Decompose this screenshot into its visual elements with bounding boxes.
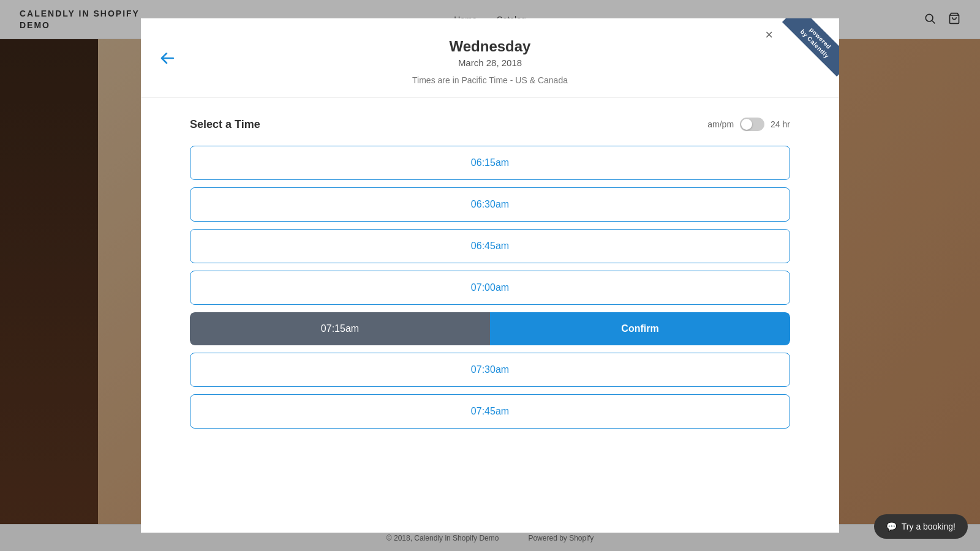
modal-body: Select a Time am/pm 24 hr 06:15am 06:30a… — [141, 98, 839, 533]
modal-header: Wednesday March 28, 2018 Times are in Pa… — [141, 18, 839, 98]
time-slot-0715-row: 07:15am Confirm — [190, 312, 790, 345]
time-slot-0615[interactable]: 06:15am — [190, 146, 790, 180]
toggle-knob — [741, 119, 752, 130]
time-slot-0630[interactable]: 06:30am — [190, 187, 790, 222]
ampm-label: am/pm — [707, 119, 734, 129]
modal-timezone: Times are in Pacific Time - US & Canada — [141, 75, 839, 85]
time-select-header: Select a Time am/pm 24 hr — [190, 118, 790, 131]
time-slot-0745[interactable]: 07:45am — [190, 394, 790, 429]
powered-by-ribbon: powered by Calendly — [778, 18, 839, 80]
calendly-modal: powered by Calendly × Wednesday March 28… — [141, 18, 839, 533]
modal-date: March 28, 2018 — [141, 58, 839, 68]
modal-overlay: powered by Calendly × Wednesday March 28… — [0, 0, 980, 551]
time-format-switch[interactable] — [740, 118, 764, 131]
time-format-toggle: am/pm 24 hr — [707, 118, 790, 131]
chat-label: Try a booking! — [902, 522, 956, 531]
modal-day: Wednesday — [141, 38, 839, 55]
time-slot-0700[interactable]: 07:00am — [190, 271, 790, 305]
time-slot-0715-selected[interactable]: 07:15am — [190, 312, 490, 345]
time-slots-list: 06:15am 06:30am 06:45am 07:00am 07: — [190, 146, 790, 429]
time-slot-0730[interactable]: 07:30am — [190, 353, 790, 387]
back-button[interactable] — [160, 53, 174, 64]
chat-icon: 💬 — [886, 522, 897, 531]
select-time-title: Select a Time — [190, 118, 260, 131]
chat-bubble[interactable]: 💬 Try a booking! — [874, 514, 968, 539]
confirm-button[interactable]: Confirm — [490, 312, 790, 345]
modal-close-button[interactable]: × — [765, 28, 773, 42]
hr24-label: 24 hr — [771, 119, 790, 129]
time-slot-0645[interactable]: 06:45am — [190, 229, 790, 263]
